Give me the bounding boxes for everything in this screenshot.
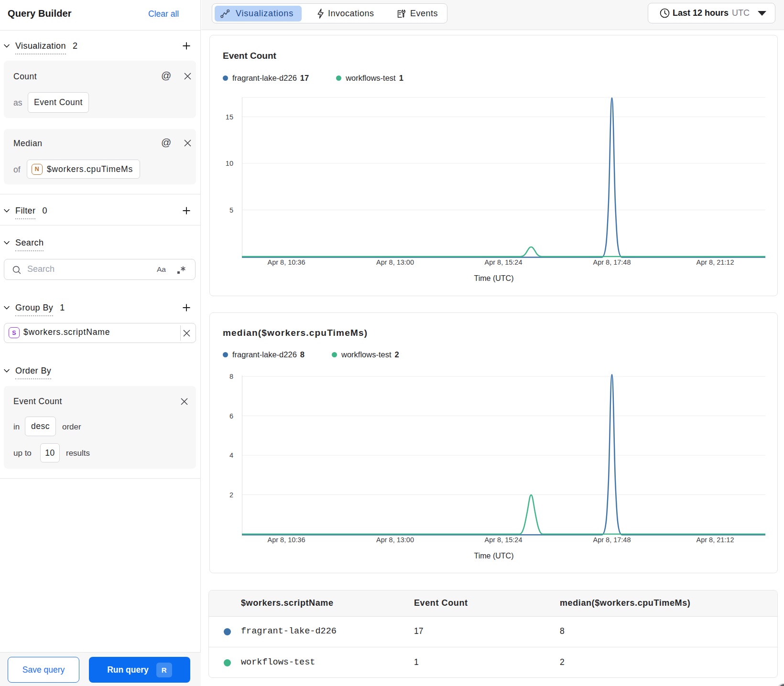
svg-text:8: 8 (229, 373, 233, 380)
svg-text:Apr 8, 10:36: Apr 8, 10:36 (268, 258, 305, 266)
svg-text:Time (UTC): Time (UTC) (474, 552, 514, 560)
svg-text:Time (UTC): Time (UTC) (474, 274, 514, 282)
svg-text:4: 4 (229, 451, 233, 459)
svg-text:5: 5 (229, 206, 233, 214)
svg-text:Apr 8, 10:36: Apr 8, 10:36 (268, 536, 305, 544)
svg-text:Apr 8, 15:24: Apr 8, 15:24 (485, 536, 523, 544)
svg-text:Apr 8, 13:00: Apr 8, 13:00 (376, 258, 414, 266)
svg-text:15: 15 (226, 113, 233, 121)
svg-text:Apr 8, 21:12: Apr 8, 21:12 (697, 536, 734, 544)
svg-text:Apr 8, 15:24: Apr 8, 15:24 (485, 258, 523, 266)
svg-text:Apr 8, 17:48: Apr 8, 17:48 (593, 536, 631, 544)
svg-text:2: 2 (229, 491, 233, 499)
svg-text:Apr 8, 13:00: Apr 8, 13:00 (376, 536, 414, 544)
svg-text:Apr 8, 21:12: Apr 8, 21:12 (697, 258, 734, 266)
svg-text:Apr 8, 17:48: Apr 8, 17:48 (593, 258, 631, 266)
svg-text:6: 6 (229, 412, 233, 420)
svg-text:10: 10 (226, 160, 233, 167)
